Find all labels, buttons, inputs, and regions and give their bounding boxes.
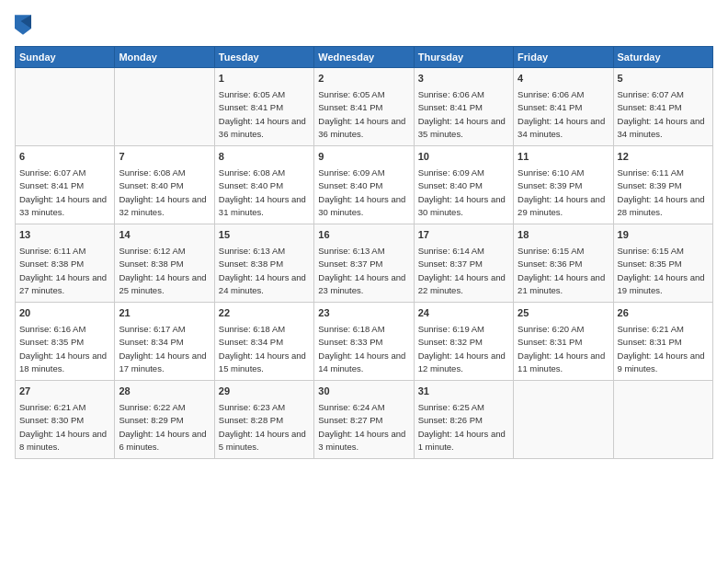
day-number: 20 bbox=[19, 306, 110, 321]
calendar-cell: 5Sunrise: 6:07 AM Sunset: 8:41 PM Daylig… bbox=[613, 68, 712, 146]
calendar-cell: 12Sunrise: 6:11 AM Sunset: 8:39 PM Dayli… bbox=[613, 145, 712, 224]
day-info: Sunrise: 6:15 AM Sunset: 8:35 PM Dayligh… bbox=[618, 246, 705, 296]
calendar-cell: 3Sunrise: 6:06 AM Sunset: 8:41 PM Daylig… bbox=[414, 68, 513, 146]
calendar-cell: 31Sunrise: 6:25 AM Sunset: 8:26 PM Dayli… bbox=[414, 380, 513, 458]
calendar-cell: 2Sunrise: 6:05 AM Sunset: 8:41 PM Daylig… bbox=[314, 68, 414, 146]
day-info: Sunrise: 6:18 AM Sunset: 8:33 PM Dayligh… bbox=[318, 324, 405, 374]
calendar-cell: 23Sunrise: 6:18 AM Sunset: 8:33 PM Dayli… bbox=[314, 302, 414, 380]
calendar-cell: 22Sunrise: 6:18 AM Sunset: 8:34 PM Dayli… bbox=[214, 302, 313, 380]
day-number: 27 bbox=[19, 385, 110, 399]
calendar-cell: 18Sunrise: 6:15 AM Sunset: 8:36 PM Dayli… bbox=[514, 224, 613, 302]
day-info: Sunrise: 6:14 AM Sunset: 8:37 PM Dayligh… bbox=[418, 246, 506, 296]
calendar-cell: 6Sunrise: 6:07 AM Sunset: 8:41 PM Daylig… bbox=[16, 145, 115, 224]
day-info: Sunrise: 6:05 AM Sunset: 8:41 PM Dayligh… bbox=[219, 89, 306, 140]
day-number: 28 bbox=[119, 385, 210, 399]
day-number: 26 bbox=[618, 306, 709, 321]
day-number: 23 bbox=[318, 306, 409, 321]
day-info: Sunrise: 6:20 AM Sunset: 8:31 PM Dayligh… bbox=[518, 324, 605, 374]
calendar-cell: 24Sunrise: 6:19 AM Sunset: 8:32 PM Dayli… bbox=[414, 302, 513, 380]
calendar-cell: 4Sunrise: 6:06 AM Sunset: 8:41 PM Daylig… bbox=[514, 68, 613, 146]
day-number: 10 bbox=[418, 150, 509, 165]
header-day-tuesday: Tuesday bbox=[214, 47, 313, 68]
calendar-cell: 8Sunrise: 6:08 AM Sunset: 8:40 PM Daylig… bbox=[214, 145, 313, 224]
day-number: 11 bbox=[518, 150, 609, 165]
day-number: 18 bbox=[518, 228, 609, 243]
header-row: SundayMondayTuesdayWednesdayThursdayFrid… bbox=[16, 47, 713, 68]
logo-icon bbox=[15, 15, 31, 35]
calendar-cell: 14Sunrise: 6:12 AM Sunset: 8:38 PM Dayli… bbox=[115, 224, 214, 302]
calendar-cell: 25Sunrise: 6:20 AM Sunset: 8:31 PM Dayli… bbox=[514, 302, 613, 380]
week-row-5: 27Sunrise: 6:21 AM Sunset: 8:30 PM Dayli… bbox=[16, 380, 713, 458]
day-info: Sunrise: 6:24 AM Sunset: 8:27 PM Dayligh… bbox=[318, 402, 405, 453]
day-number: 17 bbox=[418, 228, 509, 243]
day-info: Sunrise: 6:08 AM Sunset: 8:40 PM Dayligh… bbox=[219, 167, 306, 218]
calendar-cell: 7Sunrise: 6:08 AM Sunset: 8:40 PM Daylig… bbox=[115, 145, 214, 224]
week-row-4: 20Sunrise: 6:16 AM Sunset: 8:35 PM Dayli… bbox=[16, 302, 713, 380]
calendar-cell bbox=[613, 380, 712, 458]
calendar-cell: 27Sunrise: 6:21 AM Sunset: 8:30 PM Dayli… bbox=[16, 380, 115, 458]
day-number: 2 bbox=[318, 72, 409, 86]
week-row-2: 6Sunrise: 6:07 AM Sunset: 8:41 PM Daylig… bbox=[16, 145, 713, 224]
day-number: 8 bbox=[219, 150, 310, 165]
day-number: 24 bbox=[418, 306, 509, 321]
day-info: Sunrise: 6:07 AM Sunset: 8:41 PM Dayligh… bbox=[618, 89, 705, 140]
day-info: Sunrise: 6:06 AM Sunset: 8:41 PM Dayligh… bbox=[518, 89, 605, 140]
calendar-cell: 30Sunrise: 6:24 AM Sunset: 8:27 PM Dayli… bbox=[314, 380, 414, 458]
day-info: Sunrise: 6:09 AM Sunset: 8:40 PM Dayligh… bbox=[418, 167, 506, 218]
day-info: Sunrise: 6:19 AM Sunset: 8:32 PM Dayligh… bbox=[418, 324, 506, 374]
day-info: Sunrise: 6:16 AM Sunset: 8:35 PM Dayligh… bbox=[19, 324, 107, 374]
day-info: Sunrise: 6:17 AM Sunset: 8:34 PM Dayligh… bbox=[119, 324, 206, 374]
calendar-cell: 10Sunrise: 6:09 AM Sunset: 8:40 PM Dayli… bbox=[414, 145, 513, 224]
day-number: 1 bbox=[219, 72, 310, 86]
header-day-sunday: Sunday bbox=[16, 47, 115, 68]
day-info: Sunrise: 6:10 AM Sunset: 8:39 PM Dayligh… bbox=[518, 167, 605, 218]
day-number: 25 bbox=[518, 306, 609, 321]
day-info: Sunrise: 6:13 AM Sunset: 8:38 PM Dayligh… bbox=[219, 246, 306, 296]
day-number: 3 bbox=[418, 72, 509, 86]
day-number: 7 bbox=[119, 150, 210, 165]
day-number: 30 bbox=[318, 385, 409, 399]
day-info: Sunrise: 6:23 AM Sunset: 8:28 PM Dayligh… bbox=[219, 402, 306, 453]
calendar-cell: 17Sunrise: 6:14 AM Sunset: 8:37 PM Dayli… bbox=[414, 224, 513, 302]
day-number: 9 bbox=[318, 150, 409, 165]
day-info: Sunrise: 6:25 AM Sunset: 8:26 PM Dayligh… bbox=[418, 402, 506, 453]
calendar-cell: 26Sunrise: 6:21 AM Sunset: 8:31 PM Dayli… bbox=[613, 302, 712, 380]
day-info: Sunrise: 6:06 AM Sunset: 8:41 PM Dayligh… bbox=[418, 89, 506, 140]
day-info: Sunrise: 6:21 AM Sunset: 8:30 PM Dayligh… bbox=[19, 402, 107, 453]
header-day-monday: Monday bbox=[115, 47, 214, 68]
day-number: 6 bbox=[19, 150, 110, 165]
logo bbox=[15, 15, 34, 35]
day-info: Sunrise: 6:21 AM Sunset: 8:31 PM Dayligh… bbox=[618, 324, 705, 374]
calendar-header: SundayMondayTuesdayWednesdayThursdayFrid… bbox=[16, 47, 713, 68]
day-info: Sunrise: 6:05 AM Sunset: 8:41 PM Dayligh… bbox=[318, 89, 405, 140]
day-info: Sunrise: 6:18 AM Sunset: 8:34 PM Dayligh… bbox=[219, 324, 306, 374]
header-day-friday: Friday bbox=[514, 47, 613, 68]
calendar-cell: 19Sunrise: 6:15 AM Sunset: 8:35 PM Dayli… bbox=[613, 224, 712, 302]
day-info: Sunrise: 6:08 AM Sunset: 8:40 PM Dayligh… bbox=[119, 167, 206, 218]
calendar-cell bbox=[16, 68, 115, 146]
calendar-cell: 28Sunrise: 6:22 AM Sunset: 8:29 PM Dayli… bbox=[115, 380, 214, 458]
day-number: 21 bbox=[119, 306, 210, 321]
calendar-table: SundayMondayTuesdayWednesdayThursdayFrid… bbox=[15, 46, 713, 459]
day-number: 29 bbox=[219, 385, 310, 399]
week-row-3: 13Sunrise: 6:11 AM Sunset: 8:38 PM Dayli… bbox=[16, 224, 713, 302]
calendar-cell: 9Sunrise: 6:09 AM Sunset: 8:40 PM Daylig… bbox=[314, 145, 414, 224]
day-info: Sunrise: 6:12 AM Sunset: 8:38 PM Dayligh… bbox=[119, 246, 206, 296]
day-number: 12 bbox=[618, 150, 709, 165]
calendar-cell bbox=[115, 68, 214, 146]
calendar-cell: 20Sunrise: 6:16 AM Sunset: 8:35 PM Dayli… bbox=[16, 302, 115, 380]
header-day-saturday: Saturday bbox=[613, 47, 712, 68]
day-info: Sunrise: 6:15 AM Sunset: 8:36 PM Dayligh… bbox=[518, 246, 605, 296]
day-number: 31 bbox=[418, 385, 509, 399]
day-number: 15 bbox=[219, 228, 310, 243]
page-header bbox=[15, 15, 713, 35]
day-number: 4 bbox=[518, 72, 609, 86]
day-info: Sunrise: 6:09 AM Sunset: 8:40 PM Dayligh… bbox=[318, 167, 405, 218]
calendar-cell bbox=[514, 380, 613, 458]
day-info: Sunrise: 6:13 AM Sunset: 8:37 PM Dayligh… bbox=[318, 246, 405, 296]
day-number: 14 bbox=[119, 228, 210, 243]
day-number: 19 bbox=[618, 228, 709, 243]
calendar-cell: 29Sunrise: 6:23 AM Sunset: 8:28 PM Dayli… bbox=[214, 380, 313, 458]
day-info: Sunrise: 6:11 AM Sunset: 8:38 PM Dayligh… bbox=[19, 246, 107, 296]
calendar-body: 1Sunrise: 6:05 AM Sunset: 8:41 PM Daylig… bbox=[16, 68, 713, 459]
